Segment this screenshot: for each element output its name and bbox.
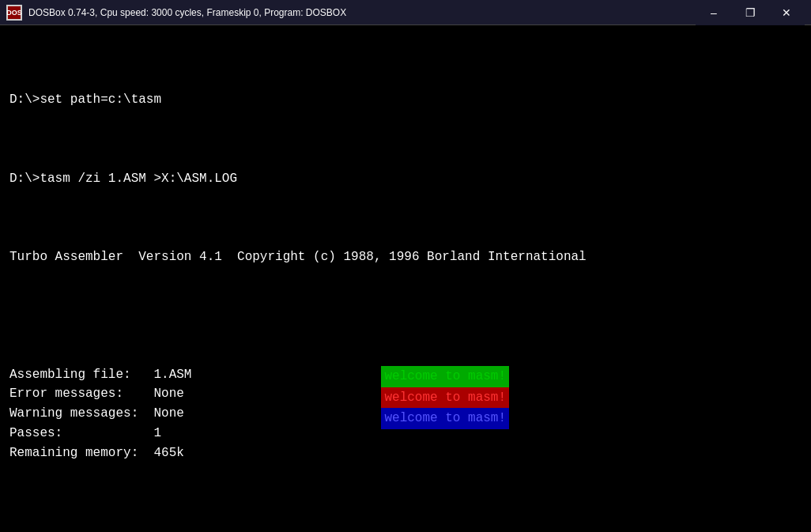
masm-blue-line: welcome to masm!: [381, 408, 509, 429]
minimize-button[interactable]: –: [696, 0, 732, 25]
terminal-screen: D:\>set path=c:\tasm D:\>tasm /zi 1.ASM …: [0, 25, 811, 532]
window-controls: – ❐ ✕: [696, 0, 805, 25]
asm-file-line: Assembling file: 1.ASM Error messages: N…: [9, 365, 191, 463]
terminal-line-setpath: D:\>set path=c:\tasm: [9, 90, 802, 110]
masm-green-line: welcome to masm!: [381, 366, 509, 387]
window-title: DOSBox 0.74-3, Cpu speed: 3000 cycles, F…: [28, 7, 696, 18]
terminal-line-blank2: [9, 130, 802, 149]
terminal-line-blank3: [9, 208, 802, 228]
terminal-line-blank5: [9, 522, 802, 532]
maximize-button[interactable]: ❐: [732, 0, 768, 25]
close-button[interactable]: ✕: [768, 0, 805, 25]
terminal-line-blank1: [9, 51, 802, 71]
terminal-line-turbo-asm: Turbo Assembler Version 4.1 Copyright (c…: [9, 247, 802, 267]
masm-output-right: welcome to masm! welcome to masm! welcom…: [191, 345, 509, 502]
asm-output-section: Assembling file: 1.ASM Error messages: N…: [9, 345, 802, 502]
terminal-line-blank4: [9, 286, 802, 306]
titlebar: DOS DOSBox 0.74-3, Cpu speed: 3000 cycle…: [0, 0, 811, 25]
app-icon: DOS: [6, 5, 22, 21]
asm-info-left: Assembling file: 1.ASM Error messages: N…: [9, 345, 191, 502]
masm-red-line: welcome to masm!: [381, 387, 509, 409]
terminal-line-tasm-cmd: D:\>tasm /zi 1.ASM >X:\ASM.LOG: [9, 169, 802, 189]
